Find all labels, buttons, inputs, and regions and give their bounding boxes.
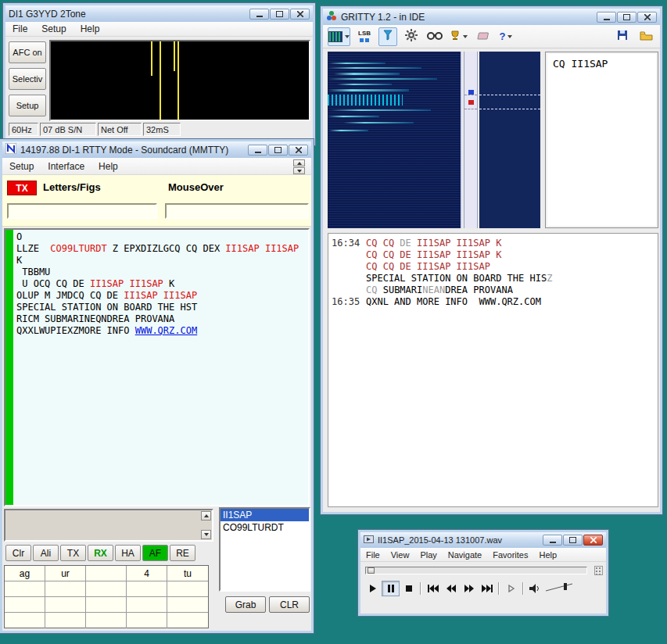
rx-mode-button[interactable]: RX	[88, 545, 113, 561]
minimize-button[interactable]	[597, 12, 616, 23]
tx-button[interactable]: TX	[7, 181, 37, 195]
macro-cell[interactable]	[5, 613, 45, 628]
setup-button[interactable]: Setup	[9, 95, 46, 116]
menu-file[interactable]: File	[5, 22, 34, 36]
spectrum-panel[interactable]	[479, 52, 540, 228]
macro-cell[interactable]	[86, 566, 127, 581]
tx-edit-box[interactable]	[4, 509, 213, 542]
macro-cell[interactable]	[86, 613, 127, 628]
macro-cell[interactable]	[5, 581, 45, 596]
macro-cell[interactable]	[45, 613, 86, 628]
minimize-button[interactable]	[543, 535, 562, 546]
macro-cell[interactable]	[86, 597, 127, 612]
seek-thumb[interactable]	[368, 567, 375, 574]
menu-setup[interactable]: Setup	[2, 159, 41, 174]
awards-button[interactable]	[449, 27, 468, 46]
macro-cell[interactable]: ur	[45, 566, 86, 581]
callsign-item[interactable]: II1SAP	[221, 509, 309, 521]
clear-screen-button[interactable]	[473, 27, 492, 46]
mouseover-input[interactable]	[165, 203, 309, 219]
open-folder-button[interactable]	[637, 27, 655, 46]
player-titlebar[interactable]: II1SAP_2015-04-13 131007.wav	[360, 532, 606, 548]
slider-grip[interactable]	[594, 566, 603, 575]
maximize-button[interactable]	[268, 145, 288, 156]
monitor-button[interactable]	[425, 27, 444, 46]
gritty-titlebar[interactable]: GRITTY 1.2 - in IDE	[323, 9, 660, 25]
macro-cell[interactable]	[127, 581, 167, 596]
minimize-button[interactable]	[248, 145, 267, 156]
maximize-button[interactable]	[617, 12, 637, 23]
menu-interface[interactable]: Interface	[41, 159, 91, 174]
filter-button[interactable]	[378, 27, 397, 46]
close-button[interactable]	[583, 535, 603, 546]
menu-play[interactable]: Play	[414, 549, 442, 561]
maximize-button[interactable]	[270, 9, 289, 20]
macro-cell[interactable]: 4	[127, 566, 167, 581]
sideband-button[interactable]: LSB	[355, 27, 374, 46]
spin-down-button[interactable]	[293, 167, 305, 174]
callsign-list[interactable]: II1SAP CO99LTURDT	[219, 507, 310, 592]
macro-cell[interactable]	[45, 597, 86, 612]
spectrum-display[interactable]	[49, 40, 310, 121]
menu-view[interactable]: View	[385, 549, 415, 561]
speaker-icon[interactable]	[526, 581, 544, 596]
skip-forward-button[interactable]	[478, 581, 496, 596]
macro-cell[interactable]	[167, 613, 208, 628]
menu-file[interactable]: File	[360, 549, 385, 561]
macro-cell[interactable]: ag	[5, 566, 45, 581]
volume-slider[interactable]	[544, 581, 577, 596]
callsign-item[interactable]: CO99LTURDT	[221, 521, 309, 534]
scroll-down-button[interactable]	[201, 530, 211, 539]
re-button[interactable]: RE	[170, 545, 195, 561]
menu-favorites[interactable]: Favorites	[487, 549, 533, 561]
macro-cell[interactable]	[45, 581, 86, 596]
menu-help[interactable]: Help	[74, 22, 107, 36]
step-button[interactable]	[502, 581, 520, 596]
fast-forward-button[interactable]	[460, 581, 478, 596]
afc-on-button[interactable]: AFC on	[9, 41, 46, 63]
spin-up-button[interactable]	[293, 159, 305, 166]
ali-button[interactable]: Ali	[33, 545, 59, 561]
mmtty-titlebar[interactable]: 14197.88 DI-1 RTTY Mode - Soundcard (MMT…	[2, 141, 311, 158]
rewind-button[interactable]	[442, 581, 460, 596]
seek-slider[interactable]	[365, 567, 587, 574]
macro-cell[interactable]	[86, 581, 127, 596]
tx-mode-button[interactable]: TX	[60, 545, 86, 561]
tuning-scale[interactable]	[464, 52, 478, 228]
ha-button[interactable]: HA	[115, 545, 141, 561]
waterfall-mode-button[interactable]	[328, 27, 350, 46]
letters-figs-input[interactable]	[7, 203, 157, 219]
menu-help[interactable]: Help	[533, 549, 562, 561]
close-button[interactable]	[290, 9, 310, 20]
decoded-text-pane[interactable]: 16:34CQ CQ DE II1SAP II1SAP KCQ CQ DE II…	[328, 233, 658, 507]
settings-button[interactable]	[402, 27, 421, 46]
waterfall-display[interactable]	[328, 52, 462, 228]
macro-cell[interactable]	[127, 613, 167, 628]
play-button[interactable]	[364, 581, 382, 596]
maximize-button[interactable]	[563, 535, 583, 546]
stop-button[interactable]	[400, 581, 418, 596]
cq-monitor-pane[interactable]: CQ II1SAP	[545, 52, 658, 228]
close-button[interactable]	[289, 145, 308, 156]
minimize-button[interactable]	[249, 9, 269, 20]
macro-cell[interactable]	[167, 581, 208, 596]
pause-button[interactable]	[382, 581, 400, 596]
menu-help[interactable]: Help	[91, 159, 125, 174]
menu-setup[interactable]: Setup	[34, 22, 73, 36]
macro-cell[interactable]	[5, 597, 45, 612]
save-button[interactable]	[613, 27, 632, 46]
macro-cell[interactable]: tu	[167, 566, 208, 581]
help-button[interactable]: ?	[497, 27, 515, 46]
twotone-titlebar[interactable]: DI1 G3YYD 2Tone	[5, 5, 313, 22]
selectiv-button[interactable]: Selectiv	[9, 68, 46, 90]
clr-button[interactable]: Clr	[5, 545, 31, 561]
grab-button[interactable]: Grab	[225, 596, 266, 613]
macro-cell[interactable]	[127, 597, 167, 612]
rx-text-area[interactable]: OLLZE CO99LTURDT Z EPXDIZLGCQ CQ DEX II1…	[4, 228, 310, 506]
scroll-up-button[interactable]	[201, 511, 211, 521]
clear-list-button[interactable]: CLR	[269, 596, 310, 613]
skip-back-button[interactable]	[424, 581, 442, 596]
macro-cell[interactable]	[167, 597, 208, 612]
menu-navigate[interactable]: Navigate	[443, 549, 487, 561]
close-button[interactable]	[637, 12, 657, 23]
